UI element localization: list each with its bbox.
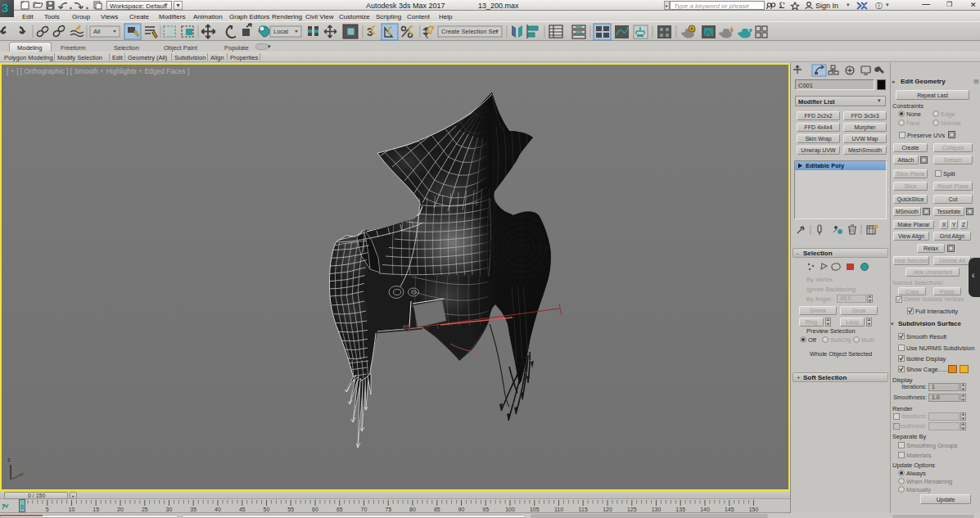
svg-text:60: 60 [312,507,318,512]
svg-text:10: 10 [69,507,75,512]
svg-text:135: 135 [675,507,685,512]
svg-text:70: 70 [361,507,368,512]
svg-text:55: 55 [287,507,294,512]
svg-text:20: 20 [117,507,124,512]
svg-text:Local: Local [273,28,288,35]
svg-text:85: 85 [434,507,440,512]
svg-text:z: z [7,456,11,463]
svg-text:90: 90 [458,507,465,512]
svg-text:30: 30 [166,507,173,512]
svg-text:145: 145 [725,507,734,512]
svg-text:115: 115 [579,507,588,512]
svg-text:150: 150 [749,507,759,512]
svg-text:65: 65 [336,507,343,512]
svg-text:Create Selection Set: Create Selection Set [441,28,499,35]
svg-text:140: 140 [700,507,710,512]
svg-text:80: 80 [409,507,416,512]
svg-text:120: 120 [603,507,612,512]
svg-text:5: 5 [46,507,49,512]
svg-text:130: 130 [652,507,662,512]
svg-text:45: 45 [239,507,246,512]
svg-text:All: All [93,28,101,35]
svg-text:0: 0 [20,504,24,510]
svg-text:100: 100 [505,507,515,512]
svg-text:35: 35 [190,507,196,512]
svg-text:15: 15 [93,507,99,512]
svg-text:25: 25 [142,507,148,512]
svg-text:75: 75 [385,507,391,512]
svg-text:110: 110 [554,507,563,512]
svg-text:50: 50 [264,507,270,512]
svg-text:40: 40 [215,507,221,512]
svg-text:95: 95 [482,507,489,512]
svg-text:125: 125 [627,507,637,512]
svg-text:105: 105 [530,507,540,512]
svg-text:(: ( [423,26,430,39]
